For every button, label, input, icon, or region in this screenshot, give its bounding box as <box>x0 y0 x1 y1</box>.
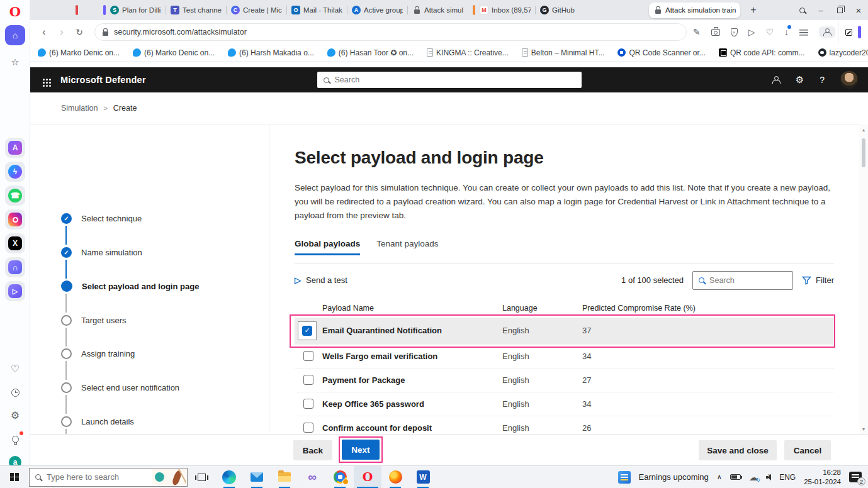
breadcrumb-simulation[interactable]: Simulation <box>61 104 98 113</box>
profile-button[interactable] <box>819 26 835 38</box>
tab-active-groups[interactable]: AActive groups - Mi <box>347 0 407 20</box>
settings-gear-button[interactable]: ⚙ <box>796 74 804 86</box>
sidebar-messenger[interactable]: ϟ <box>5 162 25 182</box>
forward-button[interactable]: › <box>53 26 70 38</box>
bookmark-item[interactable]: Belton – Minimal HT... <box>522 48 605 57</box>
bookmark-item[interactable]: QR Code Scanner or... <box>617 48 705 57</box>
sidebar-history-button[interactable] <box>8 386 23 399</box>
row-checkbox[interactable] <box>303 375 313 385</box>
scroll-down-button[interactable]: ▾ <box>859 424 868 434</box>
payload-search-box[interactable] <box>692 271 793 290</box>
volume-muted-button[interactable]: × <box>766 474 771 480</box>
sidebar-x[interactable]: X <box>5 233 25 253</box>
url-text[interactable]: security.microsoft.com/attacksimulator <box>114 28 247 36</box>
table-row-keep-office365[interactable]: Keep Office 365 password English 34 <box>295 392 834 416</box>
row-checkbox[interactable] <box>303 351 313 361</box>
downloads-button[interactable]: ↓ <box>784 27 789 37</box>
sidebar-home-button[interactable]: ⌂ <box>5 25 25 45</box>
sidebar-send-app[interactable]: ▷ <box>5 281 25 301</box>
adblock-shield-button[interactable]: × <box>731 28 738 36</box>
tab-global-payloads[interactable]: Global payloads <box>295 239 360 255</box>
taskbar-opera-active[interactable]: O <box>354 466 381 488</box>
taskbar-chrome[interactable] <box>326 466 354 488</box>
battery-icon[interactable] <box>730 474 741 480</box>
search-tabs-button[interactable] <box>792 0 811 20</box>
tab-attack-simulation-training-active[interactable]: Attack simulation training <box>649 3 740 18</box>
taskbar-word[interactable]: W <box>409 466 437 488</box>
step-select-payload[interactable]: Select payload and login page <box>61 280 199 292</box>
column-language[interactable]: Language <box>502 304 582 313</box>
new-tab-button[interactable]: + <box>745 2 762 18</box>
row-checkbox[interactable] <box>303 423 313 433</box>
tune-button[interactable] <box>799 29 808 36</box>
snapshot-button[interactable] <box>711 29 720 36</box>
filter-button[interactable]: Filter <box>802 275 834 285</box>
sidebar-whatsapp[interactable]: ☎ <box>5 186 25 206</box>
restore-button[interactable] <box>830 0 849 20</box>
news-widget-icon[interactable] <box>618 471 631 484</box>
bookmark-item[interactable]: QR code API: comm... <box>719 48 805 57</box>
start-button[interactable] <box>0 466 29 488</box>
bookmark-item[interactable]: (6) Hasan Toor ✪ on... <box>327 48 414 57</box>
tab-plan-for-dilli[interactable]: SPlan for Dilli - m36 <box>106 0 166 20</box>
taskbar-search-box[interactable] <box>29 468 188 487</box>
tab-github[interactable]: GGitHub <box>536 0 581 20</box>
sidebar-likes-button[interactable]: ♡ <box>8 363 23 375</box>
sidebar-tips-button[interactable] <box>8 433 23 445</box>
taskbar-file-explorer[interactable] <box>271 466 298 488</box>
feedback-icon[interactable] <box>772 76 780 84</box>
step-end-user-notification[interactable]: Select end user notification <box>61 381 179 394</box>
app-launcher-button[interactable] <box>30 75 60 85</box>
send-a-test-button[interactable]: ▷ Send a test <box>295 275 347 285</box>
edit-page-button[interactable]: ✎ <box>693 27 701 37</box>
close-button[interactable]: × <box>849 0 868 20</box>
table-row-email-quarantined[interactable]: Email Quarantined Notification English 3… <box>295 318 834 344</box>
cancel-button[interactable]: Cancel <box>784 440 831 460</box>
table-row-payment-package[interactable]: Payment for Package English 27 <box>295 368 834 392</box>
step-assign-training[interactable]: Assign training <box>61 347 135 360</box>
favorite-button[interactable]: ♡ <box>765 27 774 37</box>
sidebar-instagram[interactable] <box>5 209 25 230</box>
tray-overflow-button[interactable]: ∧ <box>717 473 722 481</box>
share-button[interactable]: ▷ <box>748 27 755 37</box>
account-avatar[interactable] <box>840 71 858 89</box>
step-select-technique[interactable]: Select technique <box>61 212 142 225</box>
back-button[interactable]: ‹ <box>35 26 53 38</box>
defender-search-input[interactable] <box>335 75 575 84</box>
taskbar-edge[interactable] <box>215 466 243 488</box>
onedrive-icon[interactable]: ☁↻ <box>749 473 758 482</box>
tab-test-channel[interactable]: TTest channel 1000 ( <box>166 0 226 20</box>
taskbar-clock[interactable]: 16:2825-01-2024 <box>804 468 841 487</box>
column-payload-name[interactable]: Payload Name <box>322 304 502 313</box>
row-checkbox[interactable] <box>303 399 313 409</box>
sidebar-toggle-pill[interactable] <box>858 26 861 38</box>
sidebar-bookmarks-button[interactable]: ☆ <box>5 52 25 72</box>
row-checkbox-checked[interactable] <box>302 326 312 336</box>
step-launch-details[interactable]: Launch details <box>61 415 134 428</box>
help-button[interactable]: ? <box>820 75 825 85</box>
back-button[interactable]: Back <box>293 440 332 460</box>
opera-menu-icon[interactable]: O <box>9 5 21 18</box>
payload-search-input[interactable] <box>709 276 787 285</box>
bookmark-item[interactable]: (6) Marko Denic on... <box>38 48 120 57</box>
tab-tenant-payloads[interactable]: Tenant payloads <box>376 239 438 255</box>
column-compromise-rate[interactable]: Predicted Compromise Rate (%) <box>582 304 834 313</box>
taskbar-visual-studio[interactable]: ∞ <box>298 466 326 488</box>
tab-gmail-inbox[interactable]: MInbox (89,571) - tks <box>475 0 535 20</box>
language-indicator[interactable]: ENG <box>779 473 796 482</box>
notification-center-button[interactable]: 2 <box>849 472 862 482</box>
scroll-up-button[interactable]: ▴ <box>859 125 868 135</box>
save-and-close-button[interactable]: Save and close <box>699 440 777 460</box>
taskbar-firefox[interactable] <box>381 466 409 488</box>
bookmark-item[interactable]: (6) Harsh Makadia o... <box>228 48 314 57</box>
bookmark-item[interactable]: lazycoder2021/goog... <box>818 48 868 57</box>
task-view-button[interactable] <box>188 466 215 488</box>
sidebar-settings-button[interactable]: ⚙ <box>8 409 23 422</box>
taskbar-mail[interactable] <box>243 466 271 488</box>
tab-mail-thilak[interactable]: OMail - Thilak Kuma <box>287 0 347 20</box>
scrollbar-thumb[interactable] <box>862 138 865 167</box>
reload-button[interactable]: ↻ <box>70 27 88 37</box>
bookmark-item[interactable]: KINGMA :: Creative... <box>427 48 509 57</box>
next-button[interactable]: Next <box>342 440 380 460</box>
defender-search-box[interactable] <box>317 72 582 88</box>
